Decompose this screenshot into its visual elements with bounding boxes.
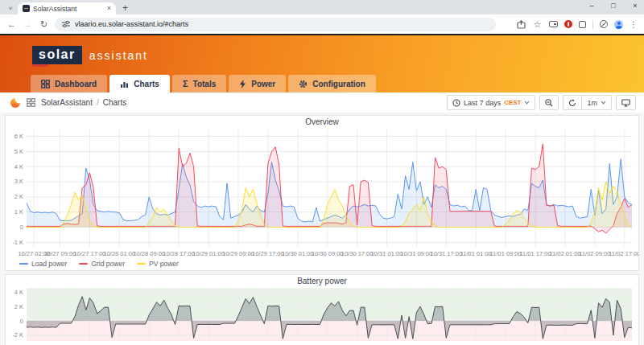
window-close-button[interactable]: × bbox=[631, 2, 639, 10]
tab-label: Dashboard bbox=[55, 80, 97, 88]
dashboard-content: Overview 6 K5 K4 K3 K2 K1 K0-1 K10/27 02… bbox=[0, 113, 644, 345]
svg-text:10/29 17:00: 10/29 17:00 bbox=[252, 250, 284, 257]
svg-text:10/28 17:00: 10/28 17:00 bbox=[163, 250, 195, 257]
svg-text:11/02 01:00: 11/02 01:00 bbox=[549, 250, 580, 257]
blocker-extension-icon[interactable] bbox=[600, 20, 608, 28]
breadcrumb-page[interactable]: Charts bbox=[103, 98, 126, 107]
bookmark-star-icon[interactable]: ☆ bbox=[532, 20, 543, 29]
breadcrumb: SolarAssistant / Charts bbox=[41, 98, 126, 107]
legend-item-load[interactable]: Load power bbox=[19, 260, 67, 268]
reload-icon[interactable]: ↻ bbox=[39, 20, 49, 29]
tab-label: Charts bbox=[134, 80, 159, 88]
svg-text:10/28 01:00: 10/28 01:00 bbox=[104, 250, 136, 257]
svg-text:10/30 09:00: 10/30 09:00 bbox=[312, 250, 344, 257]
window-maximize-button[interactable]: □ bbox=[609, 2, 617, 10]
breadcrumb-bar: SolarAssistant / Charts Last 7 days CEST bbox=[0, 92, 644, 113]
svg-text:11/01 17:00: 11/01 17:00 bbox=[520, 250, 551, 257]
tab-charts[interactable]: Charts bbox=[109, 75, 170, 92]
svg-text:11/01 01:00: 11/01 01:00 bbox=[460, 250, 492, 257]
svg-text:2 K: 2 K bbox=[14, 193, 23, 200]
refresh-icon bbox=[568, 99, 576, 107]
back-icon[interactable]: ← bbox=[6, 20, 17, 29]
tab-label: Configuration bbox=[312, 80, 365, 88]
lightning-icon bbox=[239, 80, 246, 88]
svg-text:0: 0 bbox=[20, 318, 23, 325]
svg-text:-2 K: -2 K bbox=[12, 331, 23, 339]
url-text: vlaario.eu.solar-assistant.io/#charts bbox=[75, 20, 188, 28]
window-controls: – □ × bbox=[588, 2, 639, 10]
svg-text:11/02 09:00: 11/02 09:00 bbox=[579, 250, 610, 257]
refresh-interval-label: 1m bbox=[587, 99, 597, 107]
legend-label: Grid power bbox=[91, 260, 125, 268]
pv-series-swatch bbox=[137, 263, 146, 265]
load-series-swatch bbox=[19, 263, 28, 265]
legend-label: Load power bbox=[31, 260, 67, 268]
time-range-picker[interactable]: Last 7 days CEST bbox=[447, 95, 535, 110]
gear-icon bbox=[299, 80, 308, 88]
zoom-out-button[interactable] bbox=[539, 95, 559, 110]
refresh-group: 1m bbox=[563, 95, 612, 110]
browser-toolbar: ← → ↻ vlaario.eu.solar-assistant.io/#cha… bbox=[0, 14, 644, 34]
refresh-button[interactable] bbox=[563, 95, 582, 110]
chart-icon bbox=[120, 80, 129, 88]
svg-text:3 K: 3 K bbox=[14, 178, 23, 185]
browser-menu-icon[interactable]: ⋮ bbox=[630, 20, 638, 29]
tab-close-icon[interactable]: × bbox=[107, 5, 111, 12]
time-controls: Last 7 days CEST 1m bbox=[447, 95, 636, 110]
toolbar-divider bbox=[592, 20, 593, 29]
browser-tab-strip: ˅ SolarAssistant × + – □ × bbox=[0, 0, 644, 14]
tab-totals[interactable]: Σ Totals bbox=[172, 75, 226, 92]
clock-icon bbox=[452, 99, 460, 107]
grid-icon bbox=[41, 80, 50, 88]
wallet-extension-icon[interactable] bbox=[549, 21, 558, 27]
logo-secondary: assistant bbox=[89, 49, 148, 62]
dashboard-grid-icon[interactable] bbox=[27, 98, 35, 107]
box-extension-icon[interactable] bbox=[579, 21, 586, 28]
browser-tab-title: SolarAssistant bbox=[33, 5, 104, 13]
tab-dashboard[interactable]: Dashboard bbox=[31, 75, 107, 92]
grafana-logo[interactable] bbox=[10, 97, 21, 109]
legend-item-pv[interactable]: PV power bbox=[137, 260, 179, 268]
kiosk-mode-button[interactable] bbox=[616, 95, 636, 110]
legend-label: PV power bbox=[149, 260, 179, 268]
svg-text:10/31 17:00: 10/31 17:00 bbox=[431, 250, 463, 257]
svg-text:5 K: 5 K bbox=[14, 148, 23, 155]
overview-legend: Load power Grid power PV power bbox=[6, 259, 638, 270]
app-nav-tabs: Dashboard Charts Σ Totals Power Co bbox=[31, 75, 376, 92]
forward-icon[interactable]: → bbox=[23, 20, 33, 29]
app-logo[interactable]: solar assistant bbox=[0, 35, 644, 64]
svg-text:10/27 17:00: 10/27 17:00 bbox=[74, 250, 106, 257]
svg-text:10/30 01:00: 10/30 01:00 bbox=[282, 250, 314, 257]
browser-tab[interactable]: SolarAssistant × bbox=[18, 2, 116, 14]
svg-text:6 K: 6 K bbox=[14, 133, 23, 140]
window-minimize-button[interactable]: – bbox=[588, 2, 596, 10]
red-extension-icon[interactable] bbox=[564, 20, 572, 28]
breadcrumb-app[interactable]: SolarAssistant bbox=[41, 98, 93, 107]
tab-label: Totals bbox=[193, 80, 217, 88]
site-settings-icon[interactable] bbox=[62, 20, 70, 28]
new-tab-button[interactable]: + bbox=[122, 3, 128, 13]
overview-panel-title[interactable]: Overview bbox=[6, 116, 638, 126]
logo-primary: solar bbox=[32, 46, 82, 64]
svg-text:2 K: 2 K bbox=[14, 303, 23, 310]
battery-panel: Battery power 4 K2 K0-2 K bbox=[5, 274, 639, 345]
svg-text:10/29 01:00: 10/29 01:00 bbox=[192, 250, 225, 257]
battery-panel-title[interactable]: Battery power bbox=[6, 275, 638, 285]
profile-avatar[interactable] bbox=[614, 20, 623, 29]
tab-configuration[interactable]: Configuration bbox=[288, 75, 376, 92]
battery-chart[interactable]: 4 K2 K0-2 K bbox=[6, 285, 638, 345]
tab-power[interactable]: Power bbox=[229, 75, 286, 92]
svg-text:1 K: 1 K bbox=[14, 208, 23, 216]
url-bar[interactable]: vlaario.eu.solar-assistant.io/#charts bbox=[55, 18, 496, 31]
svg-text:10/29 09:00: 10/29 09:00 bbox=[222, 250, 254, 257]
timezone-label: CEST bbox=[504, 99, 521, 106]
svg-text:0: 0 bbox=[20, 224, 23, 231]
tab-search-icon[interactable]: ˅ bbox=[5, 3, 16, 13]
overview-chart[interactable]: 6 K5 K4 K3 K2 K1 K0-1 K10/27 02:0010/27 … bbox=[6, 126, 638, 259]
svg-text:10/30 17:00: 10/30 17:00 bbox=[341, 250, 374, 257]
chevron-down-icon bbox=[524, 101, 530, 105]
refresh-interval-select[interactable]: 1m bbox=[582, 95, 612, 110]
legend-item-grid[interactable]: Grid power bbox=[79, 260, 125, 268]
share-icon[interactable] bbox=[517, 20, 526, 29]
app-header: solar assistant Dashboard Charts Σ Total… bbox=[0, 35, 644, 92]
